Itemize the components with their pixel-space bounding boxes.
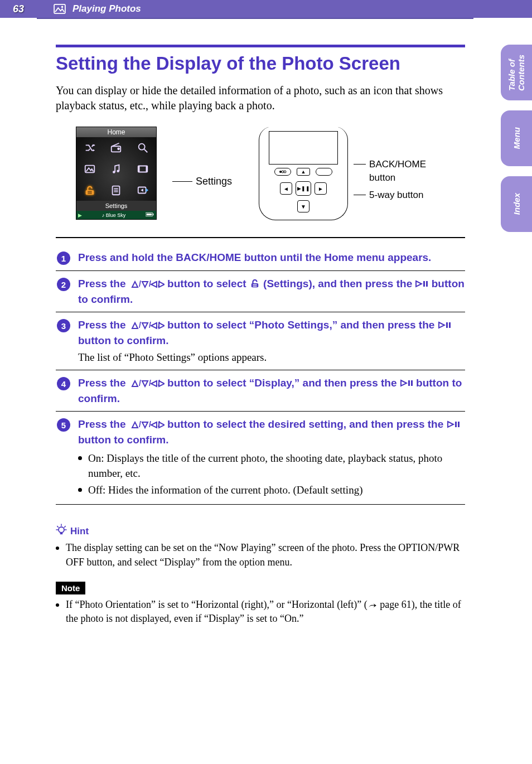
- tab-toc-line2: Contents: [516, 55, 526, 91]
- steps-top-rule: [56, 237, 465, 238]
- home-menu-figure: Home Settings ▶ ♪ Blue Sky: [76, 127, 157, 220]
- svg-point-19: [279, 171, 282, 173]
- svg-rect-28: [423, 281, 425, 287]
- note-block: Note If “Photo Orientation” is set to “H…: [56, 582, 465, 626]
- svg-line-49: [64, 526, 65, 528]
- page-header: 63 Playing Photos: [0, 0, 532, 18]
- hint-item-1: The display setting can be set on the “N…: [56, 541, 465, 569]
- play-pause-icon: [438, 319, 451, 333]
- page-ref-icon[interactable]: [367, 599, 378, 610]
- hint-header: Hint: [56, 524, 465, 539]
- play-pause-icon: [447, 418, 460, 433]
- step-5-options: On: Displays the title of the current ph…: [78, 451, 465, 498]
- device-5way: ◄ ► ▼ ▶❚❚: [280, 179, 327, 210]
- home-menu-grid: [76, 137, 156, 201]
- note-item-1: If “Photo Orientation” is set to “Horizo…: [56, 598, 465, 626]
- hint-block: Hint The display setting can be set on t…: [56, 524, 465, 569]
- pointer-line: [172, 181, 192, 182]
- svg-rect-17: [153, 214, 154, 215]
- tab-menu-label: Menu: [512, 127, 521, 149]
- svg-rect-13: [88, 193, 91, 194]
- svg-rect-0: [54, 4, 65, 13]
- home-icon-radio: [103, 137, 130, 158]
- hint-label: Hint: [70, 526, 89, 537]
- svg-point-1: [61, 6, 64, 8]
- tab-menu[interactable]: Menu: [501, 110, 532, 166]
- option-off: Off: Hides the information of the curren…: [78, 482, 465, 498]
- side-tabs: Table ofContents Menu Index: [501, 45, 532, 232]
- play-pause-icon: [415, 278, 428, 292]
- header-rule: [37, 18, 473, 19]
- settings-pointer-label: Settings: [196, 176, 232, 187]
- svg-rect-38: [408, 380, 410, 386]
- step-2-number: 2: [57, 278, 70, 291]
- device-figure: ▲ ◄ ► ▼ ▶❚❚: [259, 127, 348, 220]
- svg-text:/: /: [139, 420, 141, 429]
- svg-rect-25: [252, 283, 258, 287]
- device-screen: [269, 131, 338, 165]
- settings-icon: [249, 278, 260, 292]
- home-icon-settings: [76, 180, 103, 201]
- tab-toc-line1: Table of: [507, 59, 516, 91]
- battery-icon: [146, 212, 154, 218]
- step-4: 4 Press the /// button to select “Displa…: [56, 370, 465, 412]
- 5way-left: ◄: [280, 182, 292, 195]
- svg-rect-46: [60, 533, 63, 535]
- settings-pointer: Settings: [172, 176, 232, 187]
- page-title: Setting the Display of the Photo Screen: [56, 53, 465, 74]
- svg-text:/: /: [139, 321, 141, 330]
- note-list: If “Photo Orientation” is set to “Horizo…: [56, 598, 465, 626]
- callout-back-home-l2: button: [369, 172, 426, 183]
- svg-text:/: /: [139, 379, 141, 388]
- page-content: Setting the Display of the Photo Screen …: [56, 45, 465, 626]
- note-label: Note: [56, 582, 85, 594]
- nav-arrows-icon: ///: [129, 418, 165, 433]
- svg-text:/: /: [149, 321, 151, 330]
- step-5-title: Press the /// button to select the desir…: [78, 417, 465, 447]
- page-number-container: 63: [0, 0, 37, 18]
- callout-back-home-l1: BACK/HOME: [369, 159, 426, 170]
- step-4-number: 4: [57, 377, 70, 390]
- svg-point-6: [113, 171, 116, 173]
- step-3: 3 Press the /// button to select “Photo …: [56, 312, 465, 370]
- svg-rect-34: [449, 322, 451, 328]
- svg-rect-44: [458, 422, 460, 427]
- home-icon-photos: [76, 158, 103, 180]
- breadcrumb: Playing Photos: [72, 3, 141, 14]
- home-icon-nowplaying: [129, 180, 156, 201]
- photo-section-icon: [54, 4, 66, 14]
- home-icon-shuffle: [76, 137, 103, 158]
- nav-arrows-icon: ///: [129, 377, 165, 391]
- svg-point-7: [117, 170, 120, 172]
- 5way-center: ▶❚❚: [296, 181, 311, 196]
- device-callouts: BACK/HOME button 5-way button: [354, 127, 426, 203]
- callout-5way: 5-way button: [369, 190, 423, 201]
- step-1-number: 1: [57, 252, 70, 265]
- page-ref-text[interactable]: page 61: [378, 599, 412, 610]
- tab-table-of-contents[interactable]: Table ofContents: [501, 45, 532, 100]
- svg-text:/: /: [149, 279, 151, 288]
- device-back-home-button: ▲: [297, 168, 310, 176]
- tab-index[interactable]: Index: [501, 176, 532, 232]
- nowplaying-track-label: ♪ Blue Sky: [102, 212, 126, 218]
- svg-point-45: [59, 527, 64, 533]
- home-icon-playlists: [103, 180, 130, 201]
- svg-rect-12: [88, 191, 91, 192]
- svg-point-4: [139, 144, 145, 150]
- step-1: 1 Press and hold the BACK/HOME button un…: [56, 245, 465, 271]
- step-2-title: Press the /// button to select (Settings…: [78, 277, 465, 306]
- step-5-number: 5: [57, 418, 70, 432]
- svg-text:/: /: [149, 379, 151, 388]
- nav-arrows-icon: ///: [129, 319, 165, 333]
- nowplaying-play-icon: ▶: [78, 212, 82, 218]
- svg-rect-9: [138, 166, 140, 172]
- 5way-down: ▼: [297, 200, 309, 212]
- svg-rect-26: [253, 284, 257, 285]
- home-icon-music: [103, 158, 130, 180]
- svg-rect-27: [253, 286, 257, 287]
- svg-text:/: /: [139, 279, 141, 288]
- 5way-right: ►: [315, 182, 327, 195]
- page-number: 63: [13, 3, 24, 15]
- step-3-text: The list of “Photo Settings” options app…: [78, 350, 465, 365]
- device-button-left: [274, 168, 291, 176]
